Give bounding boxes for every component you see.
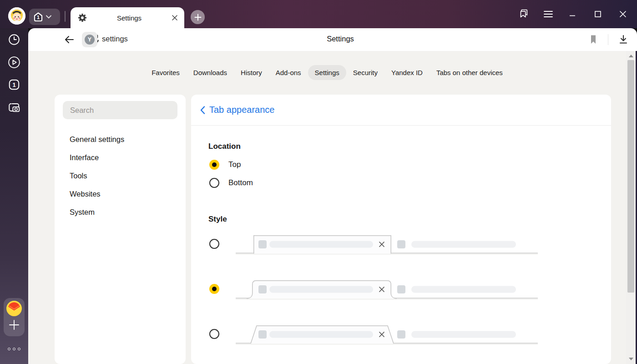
scrollbar-thumb[interactable]: [627, 60, 634, 293]
chevron-left-icon: [200, 106, 205, 114]
search-input[interactable]: [63, 101, 177, 119]
download-icon[interactable]: [617, 34, 630, 46]
radio-bottom[interactable]: [209, 178, 219, 188]
style-heading: Style: [208, 215, 227, 224]
yandex-y-icon[interactable]: Y: [82, 32, 97, 47]
history-clock-icon[interactable]: [7, 33, 21, 46]
close-icon[interactable]: [615, 0, 631, 28]
titlebar: 1 Settings: [0, 0, 637, 28]
rail-apps-group: [4, 298, 25, 336]
radio-top-label: Top: [228, 160, 241, 169]
scroll-up-icon[interactable]: [629, 55, 633, 57]
menu-icon[interactable]: [541, 0, 556, 28]
nav-history[interactable]: History: [234, 65, 269, 80]
tab-counter-button[interactable]: 1: [29, 9, 60, 25]
nav-downloads[interactable]: Downloads: [187, 65, 234, 80]
nav-favorites[interactable]: Favorites: [145, 65, 187, 80]
location-option-bottom[interactable]: Bottom: [209, 178, 253, 188]
location-heading: Location: [208, 142, 241, 151]
nav-security[interactable]: Security: [346, 65, 384, 80]
sidebar-item-websites[interactable]: Websites: [55, 185, 186, 203]
back-to-settings-link[interactable]: Tab appearance: [200, 105, 274, 115]
nav-settings[interactable]: Settings: [308, 65, 346, 80]
radio-style-rounded[interactable]: [209, 284, 219, 294]
minimize-icon[interactable]: [565, 0, 580, 28]
panel-title: Tab appearance: [209, 105, 274, 115]
nav-yandex-id[interactable]: Yandex ID: [384, 65, 430, 80]
panel-header: Tab appearance: [191, 95, 611, 126]
rail-tab-count: 1: [12, 81, 15, 88]
titlebar-divider: [65, 11, 66, 22]
user-avatar[interactable]: [8, 7, 25, 25]
rail-more-icon[interactable]: [8, 348, 20, 350]
active-tab[interactable]: Settings: [71, 7, 184, 28]
left-rail: 1: [0, 0, 28, 364]
tabs-count-icon[interactable]: 1: [7, 78, 21, 91]
sidebar-item-general-settings[interactable]: General settings: [55, 130, 186, 148]
bookmark-icon[interactable]: [587, 34, 600, 46]
tab-counter-value: 1: [37, 15, 40, 20]
tab-counter-shield: 1: [32, 11, 44, 23]
back-icon[interactable]: [63, 34, 76, 46]
radio-style-square[interactable]: [209, 239, 219, 249]
toolbar-divider: [608, 34, 608, 45]
scroll-down-icon[interactable]: [629, 358, 633, 360]
radio-top[interactable]: [209, 160, 219, 170]
tab-close-icon[interactable]: [172, 15, 178, 21]
nav-tabs-other-devices[interactable]: Tabs on other devices: [430, 65, 510, 80]
play-icon[interactable]: [7, 56, 21, 69]
tab-style-preview-rounded[interactable]: [236, 278, 538, 301]
location-option-top[interactable]: Top: [209, 160, 241, 170]
tab-appearance-panel: Tab appearance Location Top Bottom Style: [191, 95, 611, 364]
yandex-mail-icon[interactable]: [6, 301, 22, 316]
address-text[interactable]: settings: [102, 35, 128, 43]
sidebar-item-interface[interactable]: Interface: [55, 148, 186, 167]
tab-title: Settings: [87, 14, 172, 22]
nav-add-ons[interactable]: Add-ons: [269, 65, 308, 80]
plus-icon: [194, 14, 202, 21]
sidebar-item-tools[interactable]: Tools: [55, 167, 186, 185]
new-tab-button[interactable]: [191, 10, 205, 24]
chevron-down-icon: [46, 15, 51, 19]
settings-page: Favorites Downloads History Add-ons Sett…: [28, 51, 626, 364]
toolbar: Y settings Settings: [28, 28, 637, 51]
screenshot-icon[interactable]: [7, 101, 21, 114]
radio-bottom-label: Bottom: [228, 178, 253, 187]
radio-style-slanted[interactable]: [209, 329, 219, 339]
add-app-icon[interactable]: [8, 319, 20, 331]
scrollbar[interactable]: [626, 51, 636, 364]
settings-nav: Favorites Downloads History Add-ons Sett…: [28, 64, 626, 81]
collections-icon[interactable]: [516, 0, 531, 28]
maximize-icon[interactable]: [590, 0, 606, 28]
sidebar-item-system[interactable]: System: [55, 203, 186, 221]
settings-sidebar: General settings Interface Tools Website…: [55, 95, 186, 364]
tab-style-preview-square[interactable]: [236, 233, 538, 256]
page-title: Settings: [327, 35, 354, 43]
gear-icon: [78, 13, 87, 22]
tab-style-preview-slanted[interactable]: [236, 323, 538, 346]
browser-window: 1: [0, 0, 637, 364]
